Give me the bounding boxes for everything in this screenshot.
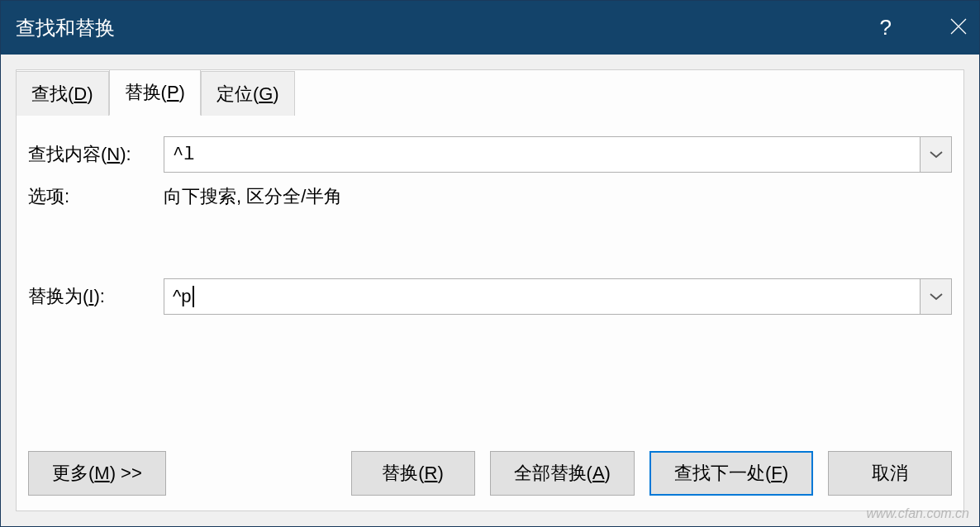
replace-button[interactable]: 替换(R) xyxy=(351,451,475,496)
cancel-button[interactable]: 取消 xyxy=(828,451,952,496)
close-button[interactable] xyxy=(935,10,964,46)
replace-combobox[interactable]: ^p xyxy=(164,278,952,315)
dialog-title: 查找和替换 xyxy=(16,15,870,41)
replace-label: 替换为(I): xyxy=(28,284,164,309)
content-area: 查找(D) 替换(P) 定位(G) 查找内容(N): xyxy=(1,55,979,526)
replace-dropdown-button[interactable] xyxy=(920,279,951,314)
options-label: 选项: xyxy=(28,184,164,209)
more-button[interactable]: 更多(M) >> xyxy=(28,451,166,496)
chevron-down-icon xyxy=(929,150,944,159)
find-label: 查找内容(N): xyxy=(28,142,164,167)
titlebar-controls: ? xyxy=(870,10,964,46)
tab-replace[interactable]: 替换(P) xyxy=(109,69,201,116)
options-row: 选项: 向下搜索, 区分全/半角 xyxy=(28,184,952,209)
find-dropdown-button[interactable] xyxy=(920,137,951,172)
text-cursor xyxy=(193,286,194,307)
find-row: 查找内容(N): xyxy=(28,136,952,173)
tab-content: 查找内容(N): 选项: 向下搜索, 区分全/半角 xyxy=(17,70,963,510)
find-input[interactable] xyxy=(164,137,920,172)
find-combobox[interactable] xyxy=(164,136,952,173)
tab-panel: 查找(D) 替换(P) 定位(G) 查找内容(N): xyxy=(16,69,964,511)
button-row: 更多(M) >> 替换(R) 全部替换(A) 查找下一处(F) 取消 xyxy=(28,451,952,496)
chevron-down-icon xyxy=(929,292,944,301)
replace-all-button[interactable]: 全部替换(A) xyxy=(490,451,635,496)
options-value: 向下搜索, 区分全/半角 xyxy=(164,184,342,209)
close-icon xyxy=(949,17,968,36)
replace-row: 替换为(I): ^p xyxy=(28,278,952,315)
find-replace-dialog: 查找和替换 ? 查找(D) 替换(P) 定位(G) xyxy=(0,0,980,527)
titlebar: 查找和替换 ? xyxy=(1,1,979,55)
find-next-button[interactable]: 查找下一处(F) xyxy=(649,451,813,496)
replace-input[interactable]: ^p xyxy=(164,279,920,314)
help-button[interactable]: ? xyxy=(870,10,902,45)
